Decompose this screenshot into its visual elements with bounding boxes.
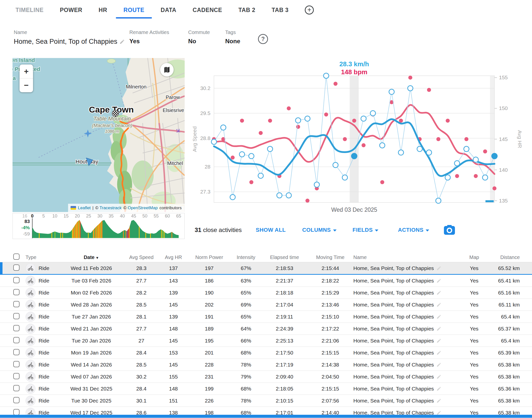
columns-dropdown[interactable]: COLUMNS [302,227,337,233]
edit-row-name-icon[interactable] [436,386,441,391]
speed-point[interactable] [380,143,385,148]
row-checkbox[interactable] [13,349,20,355]
speed-point[interactable] [221,125,226,130]
row-checkbox[interactable] [13,325,20,331]
actions-dropdown[interactable]: ACTIONS [398,227,429,233]
route-map[interactable]: Milnerton Parow Elsiesrive Mitchel Hout … [13,58,185,212]
speed-point[interactable] [389,89,394,94]
tab-cadence[interactable]: CADENCE [193,0,222,20]
edit-row-name-icon[interactable] [436,338,441,343]
column-header-elapsed[interactable]: Elapsed time [258,254,311,260]
row-checkbox[interactable] [13,361,20,367]
edit-row-name-icon[interactable] [436,374,441,379]
tab-timeline[interactable]: TIMELINE [16,0,44,20]
speed-point[interactable] [305,116,310,121]
add-tab-button[interactable]: + [305,6,314,14]
hr-point[interactable] [324,112,328,116]
hr-point[interactable] [464,137,468,141]
hr-point[interactable] [287,106,291,110]
edit-row-name-icon[interactable] [436,302,441,307]
table-row-2[interactable]: RideTue 03 Feb 202627.714318663%2:21:372… [0,275,532,287]
row-checkbox[interactable] [13,277,20,283]
edit-row-name-icon[interactable] [436,362,441,367]
hr-point[interactable] [427,88,431,92]
hr-point[interactable] [249,180,253,184]
speed-point[interactable] [464,146,469,152]
elevation-profile-widget[interactable]: 160510152025303540455055606583-4%-59 [13,213,185,239]
row-checkbox[interactable] [13,337,20,343]
column-header-moving[interactable]: Moving Time [311,254,349,260]
hr-point[interactable] [334,82,338,86]
table-row-9[interactable]: RideWed 14 Jan 202628.514522878%2:17:192… [0,359,532,371]
selected-speed-point[interactable] [491,153,498,159]
speed-point[interactable] [482,175,488,180]
tags-value[interactable]: None [225,38,254,45]
next-row-highlight-bar[interactable] [0,415,532,418]
speed-point[interactable] [333,162,338,168]
edit-row-name-icon[interactable] [436,410,441,415]
speed-point[interactable] [436,198,441,203]
hr-point[interactable] [352,119,356,123]
speed-point[interactable] [296,118,301,123]
map-layers-button[interactable] [160,63,174,76]
edit-row-name-icon[interactable] [436,278,441,283]
table-row-5[interactable]: RideTue 27 Jan 202628.113919165%2:19:112… [0,311,532,323]
speed-point[interactable] [398,150,404,155]
row-checkbox[interactable] [13,264,20,271]
screenshot-button[interactable] [444,225,455,235]
hr-point[interactable] [268,119,272,123]
tab-hr[interactable]: HR [99,0,107,20]
tracestrack-link[interactable]: Tracestrack [100,206,122,210]
edit-row-name-icon[interactable] [436,314,441,319]
tab-power[interactable]: POWER [60,0,82,20]
row-checkbox[interactable] [13,397,20,403]
speed-point[interactable] [239,152,245,157]
tab-route[interactable]: ROUTE [123,0,144,20]
table-row-1[interactable]: RideWed 11 Feb 202628.313719767%2:18:532… [0,262,532,275]
table-row-6[interactable]: RideWed 21 Jan 202627.714818964%2:24:392… [0,323,532,335]
edit-name-icon[interactable] [119,39,125,44]
edit-row-name-icon[interactable] [436,290,441,295]
row-checkbox[interactable] [13,373,20,379]
column-header-name[interactable]: Name [349,254,464,260]
hr-point[interactable] [240,119,244,123]
column-header-distance[interactable]: Distance [484,254,532,260]
edit-row-name-icon[interactable] [436,398,441,403]
zoom-out-button[interactable]: − [20,78,33,92]
table-row-11[interactable]: RideWed 31 Dec 202528.414819968%2:18:052… [0,383,532,395]
row-checkbox[interactable] [13,313,20,319]
help-icon[interactable]: ? [258,34,268,44]
hr-point[interactable] [455,174,459,178]
speed-point[interactable] [426,150,432,155]
speed-point[interactable] [268,146,273,152]
speed-point[interactable] [230,194,235,200]
table-row-4[interactable]: RideWed 28 Jan 202628.514520269%2:17:042… [0,299,532,311]
show-all-button[interactable]: SHOW ALL [256,227,286,233]
speed-point[interactable] [258,173,263,178]
fields-dropdown[interactable]: FIELDS [353,227,379,233]
hr-point[interactable] [231,156,235,160]
column-header-date[interactable]: Date▼ [63,254,120,260]
tab-data[interactable]: DATA [161,0,176,20]
table-row-12[interactable]: RideTue 30 Dec 202530.115122678%2:10:152… [0,395,532,407]
hr-point[interactable] [343,137,347,141]
column-header-avg_speed[interactable]: Avg Speed [120,254,163,260]
table-row-3[interactable]: RideMon 02 Feb 202628.213919065%2:18:182… [0,287,532,299]
row-checkbox[interactable] [13,289,20,295]
speed-point[interactable] [370,110,376,116]
speed-point[interactable] [324,73,329,78]
speed-point[interactable] [417,146,422,152]
speed-point[interactable] [286,193,291,198]
hr-point[interactable] [259,131,263,135]
speed-point[interactable] [277,193,282,198]
hr-point[interactable] [408,76,412,80]
column-header-map[interactable]: Map [464,254,484,260]
hr-point[interactable] [362,143,366,147]
finish-flag-marker[interactable] [112,110,119,117]
speed-point[interactable] [473,157,478,162]
speed-point[interactable] [445,175,450,180]
hovered-speed-point[interactable] [351,153,357,159]
speed-point[interactable] [314,182,320,187]
hr-point[interactable] [306,199,310,203]
tab-tab-2[interactable]: TAB 2 [238,0,255,20]
